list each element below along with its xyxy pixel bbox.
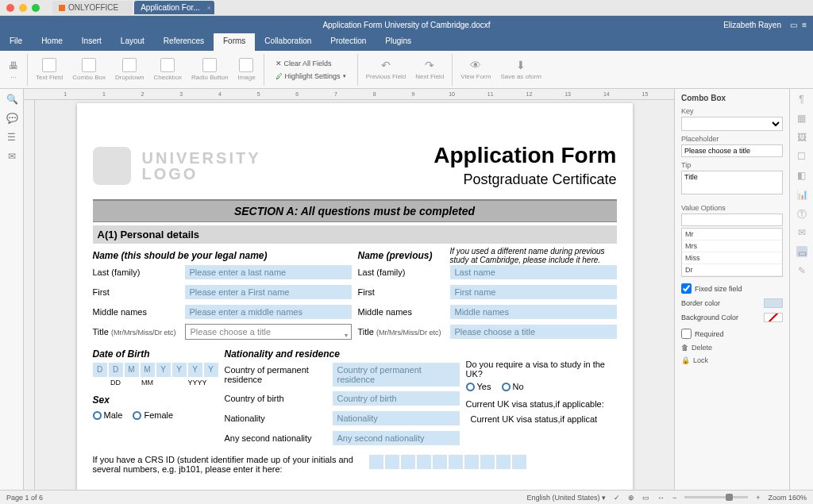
horizontal-ruler[interactable]: 1123456789101112131415 <box>24 89 674 100</box>
prev-last-input[interactable]: Last name <box>450 265 617 279</box>
menu-bar: File Home Insert Layout References Forms… <box>0 33 813 51</box>
menu-collaboration[interactable]: Collaboration <box>255 33 321 51</box>
menu-file[interactable]: File <box>0 33 32 51</box>
tip-input[interactable] <box>681 171 783 194</box>
menu-plugins[interactable]: Plugins <box>376 33 421 51</box>
delete-button[interactable]: 🗑Delete <box>681 344 783 352</box>
save-as-oform[interactable]: ⬇Save as oform <box>495 57 546 82</box>
panel-title: Combo Box <box>681 94 783 102</box>
mail-merge-icon[interactable]: ✉ <box>796 227 807 238</box>
tab-document[interactable]: Application For...× <box>134 1 214 14</box>
visa-status-label: Current UK visa status,if applicable: <box>466 399 617 409</box>
form-subtitle: Postgraduate Certificate <box>272 171 617 188</box>
zoom-label[interactable]: Zoom 160% <box>768 494 807 502</box>
quick-print-icon[interactable]: 🖶 <box>9 60 18 71</box>
fixed-size-checkbox[interactable] <box>681 283 692 294</box>
close-tab-icon[interactable]: × <box>206 4 210 12</box>
fit-page-icon[interactable]: ▭ <box>642 494 649 502</box>
tab-onlyoffice[interactable]: ONLYOFFICE <box>52 1 133 14</box>
insert-text-field[interactable]: Text Field <box>31 56 67 83</box>
last-name-input[interactable]: Please enter a last name <box>185 265 352 279</box>
search-icon[interactable]: 🔍 <box>6 94 17 105</box>
second-nationality-input[interactable]: Any second nationality <box>333 431 460 445</box>
present-icon[interactable]: ▭ <box>790 21 797 29</box>
maximize-window-button[interactable] <box>32 4 40 12</box>
table-settings-icon[interactable]: ▦ <box>796 113 807 124</box>
prev-first-input[interactable]: First name <box>450 285 617 299</box>
paragraph-settings-icon[interactable]: ¶ <box>796 94 807 105</box>
track-changes-icon[interactable]: ✓ <box>614 494 620 502</box>
option-item[interactable]: Dr <box>682 264 782 276</box>
crs-input[interactable] <box>369 455 617 474</box>
key-select[interactable] <box>681 117 783 131</box>
page-indicator[interactable]: Page 1 of 6 <box>6 494 43 502</box>
header-settings-icon[interactable]: ☐ <box>796 151 807 162</box>
sex-male-radio[interactable]: Male <box>93 410 123 420</box>
zoom-slider[interactable] <box>684 496 748 498</box>
sex-female-radio[interactable]: Female <box>133 410 173 420</box>
name-previous-label: Name (previous) <box>358 247 445 264</box>
menu-layout[interactable]: Layout <box>111 33 154 51</box>
zoom-out-icon[interactable]: − <box>672 494 676 502</box>
prev-title-input[interactable]: Please choose a title <box>450 325 617 339</box>
visa-yes-radio[interactable]: Yes <box>466 382 491 391</box>
spellcheck-icon[interactable]: ⊕ <box>628 494 634 502</box>
signature-icon[interactable]: ✎ <box>796 265 807 276</box>
options-list[interactable]: MrMrsMissDr <box>681 228 783 277</box>
close-window-button[interactable] <box>6 4 14 12</box>
highlight-settings[interactable]: 🖊Highlight Settings▾ <box>272 71 349 82</box>
feedback-icon[interactable]: ✉ <box>6 151 17 162</box>
border-color-swatch[interactable] <box>764 298 783 308</box>
shape-settings-icon[interactable]: ◧ <box>796 170 807 181</box>
vertical-ruler[interactable] <box>24 100 35 490</box>
textart-settings-icon[interactable]: Ⓣ <box>796 208 807 219</box>
title-combo-selected[interactable]: Please choose a title <box>185 324 352 340</box>
option-item[interactable]: Mr <box>682 229 782 240</box>
navigation-icon[interactable]: ☰ <box>6 132 17 143</box>
next-field[interactable]: ↷Next Field <box>410 57 449 82</box>
nationality-input[interactable]: Nationality <box>333 411 460 425</box>
lock-button[interactable]: 🔒Lock <box>681 356 783 364</box>
menu-home[interactable]: Home <box>32 33 72 51</box>
form-settings-icon[interactable]: ▭ <box>796 246 807 257</box>
insert-combo-box[interactable]: Combo Box <box>67 56 110 83</box>
dob-input[interactable]: DD MM YYYY <box>93 363 218 377</box>
fit-width-icon[interactable]: ↔ <box>657 494 665 502</box>
placeholder-input[interactable] <box>681 144 783 157</box>
menu-insert[interactable]: Insert <box>72 33 111 51</box>
comments-icon[interactable]: 💬 <box>6 113 17 124</box>
menu-icon[interactable]: ≡ <box>802 21 807 29</box>
menu-references[interactable]: References <box>154 33 214 51</box>
country-birth-input[interactable]: Country of birth <box>333 391 460 406</box>
name-legal-label: Name (this should be your legal name) <box>93 247 352 264</box>
country-perm-input[interactable]: Country of permanent residence <box>333 363 460 387</box>
chart-settings-icon[interactable]: 📊 <box>796 189 807 200</box>
value-option-input[interactable] <box>681 214 783 226</box>
insert-checkbox[interactable]: Checkbox <box>149 56 187 83</box>
logo-text: UNIVERSITYLOGO <box>142 150 261 182</box>
zoom-in-icon[interactable]: + <box>756 494 760 502</box>
insert-dropdown[interactable]: Dropdown <box>110 56 148 83</box>
image-settings-icon[interactable]: 🖼 <box>796 132 807 143</box>
name-previous-note: If you used a different name during prev… <box>450 247 617 264</box>
visa-no-radio[interactable]: No <box>502 382 524 391</box>
option-item[interactable]: Miss <box>682 252 782 264</box>
option-item[interactable]: Mrs <box>682 240 782 252</box>
clear-all-fields[interactable]: ✕Clear All Fields <box>272 58 349 69</box>
prev-middle-input[interactable]: Middle names <box>450 305 617 319</box>
previous-field[interactable]: ↶Previous Field <box>361 57 411 82</box>
first-name-input[interactable]: Please enter a First name <box>185 285 352 299</box>
lock-icon: 🔒 <box>681 356 690 364</box>
visa-status-input[interactable]: Current UK visa status,if applicat <box>466 412 617 426</box>
bg-color-swatch[interactable] <box>764 313 783 322</box>
insert-image[interactable]: Image <box>233 56 260 83</box>
minimize-window-button[interactable] <box>19 4 27 12</box>
middle-name-input[interactable]: Please enter a middle names <box>185 305 352 319</box>
view-form[interactable]: 👁View Form <box>456 57 495 82</box>
menu-forms[interactable]: Forms <box>214 33 255 51</box>
menu-protection[interactable]: Protection <box>321 33 376 51</box>
user-name[interactable]: Elizabeth Rayen <box>723 21 781 29</box>
language-selector[interactable]: English (United States) ▾ <box>526 494 606 502</box>
insert-radio-button[interactable]: Radio Button <box>187 56 233 83</box>
required-checkbox[interactable] <box>681 329 692 339</box>
